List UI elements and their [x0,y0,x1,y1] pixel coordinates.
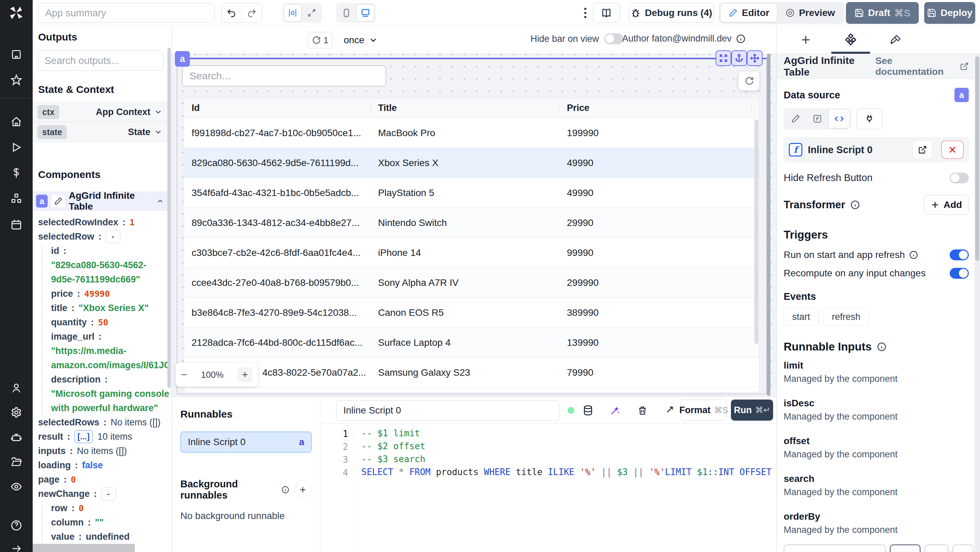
runnable-item-inline-script-0[interactable]: Inline Script 0 a [180,431,312,453]
script-name-input[interactable] [336,400,559,421]
center-align-button[interactable] [284,5,301,21]
chevron-up-icon[interactable] [156,197,164,205]
aggrid-component[interactable]: a Id Title Price [177,58,767,394]
tree-row[interactable]: column:"" [41,515,166,530]
format-button[interactable]: Format⌘S [681,399,727,421]
anchor-component-button[interactable] [731,50,747,66]
fullscreen-editor-button[interactable] [661,402,677,418]
table-row[interactable]: b3e864c8-7fe3-4270-89e9-54c12038...Canon… [184,298,759,328]
variables-icon[interactable] [0,165,33,181]
event-chip-refresh[interactable]: refresh [824,308,869,326]
database-resource-input[interactable] [784,544,886,552]
code-editor-content[interactable]: -- $1 limit -- $2 offset -- $3 search SE… [355,423,776,552]
folders-icon[interactable] [0,454,33,470]
template-mode-button[interactable] [807,110,828,128]
windmill-logo[interactable] [0,0,33,26]
resources-icon[interactable] [0,190,33,207]
table-row[interactable]: c303bce7-cb2e-42c6-8fdf-6aa01fc4e4...iPh… [184,238,759,268]
resource-action-button[interactable] [924,544,948,552]
outputs-horizontal-scrollbar[interactable] [33,544,135,552]
component-tag-a[interactable]: a [175,51,190,67]
state-row[interactable]: state State [33,122,167,142]
table-row[interactable]: 354f6afd-43ac-4321-b1bc-0b5e5adcb...Play… [184,178,759,208]
expand-component-button[interactable] [716,50,731,66]
rename-component-button[interactable] [51,194,65,208]
collapse-chip[interactable]: - [105,230,121,243]
tree-row[interactable]: inputs:No items ([]) [38,444,166,458]
outputs-scrollbar[interactable] [167,48,171,388]
tab-settings[interactable] [832,31,869,48]
tree-row[interactable]: quantity:50 [41,315,166,329]
zoom-out-button[interactable]: − [181,369,187,380]
zoom-in-button[interactable]: + [237,367,253,382]
mobile-view-button[interactable] [337,5,355,21]
app-summary-input[interactable] [38,3,215,23]
table-row[interactable]: 4c83-8022-5e70a07a2...Samsung Galaxy S23… [184,358,759,388]
table-row[interactable]: 2128adca-7fc6-44bd-800c-dc115df6ac...Sur… [184,328,759,358]
settings-scrollbar[interactable] [975,56,979,261]
run-button[interactable]: Run⌘↵ [731,399,773,421]
favorites-icon[interactable] [0,72,33,88]
canvas-scrollbar[interactable] [767,54,770,396]
desktop-view-button[interactable] [356,5,374,21]
ctx-row[interactable]: ctx App Context [33,102,167,122]
eval-mode-button[interactable] [829,110,850,128]
database-button[interactable] [580,402,596,418]
move-component-button[interactable] [747,50,762,66]
open-script-button[interactable] [913,140,932,159]
tree-row[interactable]: selectedRows:No items ([]) [38,415,166,430]
redo-button[interactable] [242,3,262,22]
column-header-id[interactable]: Id [184,102,371,114]
info-icon[interactable] [281,485,290,495]
tab-insert[interactable] [787,31,824,48]
draft-button[interactable]: Draft ⌘S [846,2,919,24]
component-refresh-button[interactable] [738,72,759,91]
help-icon[interactable] [0,517,33,534]
settings-icon[interactable] [0,404,33,421]
grid-search-input[interactable] [182,65,386,86]
tree-row[interactable]: loading:false [38,458,166,472]
table-row[interactable]: f991898d-cb27-4ac7-b10c-0b9050ce1...MacB… [184,118,759,148]
home-icon[interactable] [0,114,33,130]
remove-script-button[interactable]: ✕ [941,140,964,159]
expand-layout-button[interactable] [303,5,321,21]
tree-row[interactable]: row:0 [41,501,166,515]
tree-row[interactable]: value:undefined [41,530,166,544]
schedule-dropdown[interactable]: once [344,32,378,48]
users-icon[interactable] [0,380,33,396]
docs-button[interactable] [593,3,620,23]
table-row[interactable]: 89c0a336-1343-4812-ac34-e4bb8e27...Ninte… [184,208,759,238]
column-header-price[interactable]: Price [559,102,752,114]
run-on-start-toggle[interactable] [950,250,969,260]
info-icon[interactable] [909,250,918,260]
event-chip-start[interactable]: start [784,308,819,326]
hide-bar-toggle[interactable] [605,33,624,44]
workers-icon[interactable] [0,430,33,446]
search-outputs-input[interactable] [38,50,163,71]
recompute-toggle[interactable] [950,268,969,279]
see-documentation-link[interactable]: See documentation [875,56,969,77]
more-options-button[interactable] [579,5,592,21]
collapse-chip[interactable]: - [101,487,116,500]
resource-action-button[interactable] [953,544,974,552]
tab-preview[interactable]: Preview [778,4,843,22]
data-source-script-box[interactable]: f Inline Script 0 ✕ [784,137,969,162]
undo-button[interactable] [221,3,242,22]
tree-row[interactable]: result:[...]10 items [38,430,166,444]
add-transformer-button[interactable]: Add [924,195,969,215]
info-icon[interactable] [736,34,746,44]
table-scrollbar[interactable] [754,119,759,344]
tree-row[interactable]: price:49990 [41,286,166,301]
refresh-count-box[interactable]: 1 [308,32,332,48]
collapse-sidebar-icon[interactable] [0,541,33,552]
tab-editor[interactable]: Editor [721,4,777,22]
resource-picker-button[interactable] [890,544,920,552]
ai-assistant-button[interactable] [607,402,624,418]
tree-row[interactable]: title:"Xbox Series X" [41,301,166,315]
tab-styling[interactable] [877,31,914,48]
tree-row[interactable]: page:0 [38,472,166,487]
connect-input-button[interactable] [856,108,882,129]
component-row-aggrid[interactable]: a AgGrid Infinite Table [33,192,167,211]
tree-row[interactable]: description: [41,372,166,387]
table-row-selected[interactable]: 829ca080-5630-4562-9d5e-7611199d...Xbox … [184,148,759,178]
